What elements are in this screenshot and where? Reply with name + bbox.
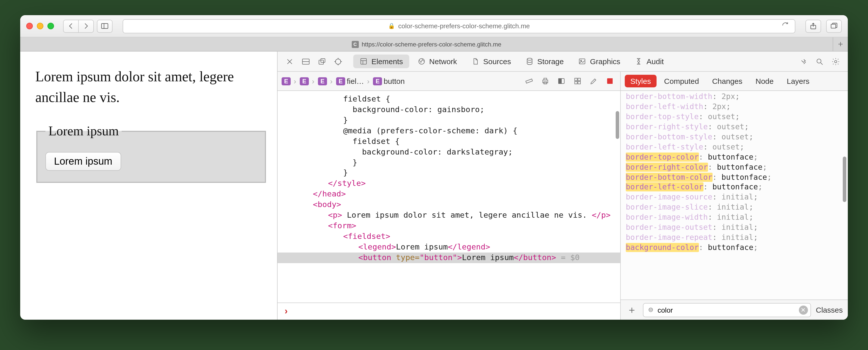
style-declaration[interactable]: border-bottom-color: buttonface; [626, 173, 843, 182]
dom-tree[interactable]: fieldset { background-color: gainsboro; … [278, 91, 620, 302]
dom-line[interactable]: <legend>Lorem ipsum</legend> [278, 242, 620, 253]
styles-filter-input[interactable] [643, 303, 811, 317]
classes-toggle[interactable]: Classes [816, 305, 843, 314]
svg-rect-10 [321, 58, 325, 62]
crumb[interactable]: Efiel…› [336, 77, 371, 85]
style-declaration[interactable]: border-image-source: initial; [626, 193, 843, 203]
style-declaration[interactable]: border-bottom-width: 2px; [626, 92, 843, 102]
style-declaration[interactable]: border-left-color: buttonface; [626, 182, 843, 193]
address-bar[interactable]: 🔒 color-scheme-prefers-color-scheme.glit… [123, 19, 795, 33]
console-prompt[interactable]: › [278, 302, 620, 320]
overflow-icon[interactable] [796, 54, 810, 68]
browser-tab[interactable]: C https://color-scheme-prefers-color-sch… [20, 37, 833, 51]
close-window-button[interactable] [26, 23, 33, 29]
settings-gear-icon[interactable] [829, 54, 843, 68]
style-declaration[interactable]: border-image-slice: initial; [626, 203, 843, 213]
dom-line[interactable]: @media (prefers-color-scheme: dark) { [278, 126, 620, 136]
tab-storage[interactable]: Storage [519, 55, 570, 68]
element-crumbbar: E› E› E› Efiel…› Ebutton [278, 72, 620, 91]
sidebar-toggle-button[interactable] [97, 20, 113, 33]
new-rule-button[interactable]: ＋ [626, 304, 638, 316]
styles-tabbar: Styles Computed Changes Node Layers [621, 72, 848, 91]
page-button[interactable]: Lorem ipsum [45, 152, 121, 171]
tab-title: https://color-scheme-prefers-color-schem… [362, 41, 501, 48]
crumb[interactable]: E› [300, 77, 316, 85]
svg-point-25 [835, 60, 837, 63]
favicon-icon: C [351, 41, 359, 48]
crumb[interactable]: Ebutton [373, 77, 405, 85]
dom-line-selected[interactable]: <button type="button">Lorem ipsum</butto… [278, 253, 620, 263]
dom-line[interactable]: <fieldset> [278, 231, 620, 242]
search-icon[interactable] [812, 54, 827, 68]
style-declaration[interactable]: border-bottom-style: outset; [626, 132, 843, 142]
share-button[interactable] [805, 20, 821, 33]
tab-network[interactable]: Network [411, 55, 463, 68]
page-form: Lorem ipsum Lorem ipsum [35, 122, 267, 182]
zoom-window-button[interactable] [48, 23, 54, 29]
paint-icon[interactable] [587, 75, 600, 88]
rp-tab-layers[interactable]: Layers [781, 75, 815, 87]
dock-popout-icon[interactable] [315, 54, 329, 68]
tab-elements[interactable]: Elements [353, 55, 409, 68]
new-tab-button[interactable]: ＋ [833, 37, 848, 51]
svg-rect-31 [558, 79, 561, 84]
scrollbar[interactable] [616, 111, 619, 139]
style-declaration[interactable]: border-image-outset: initial; [626, 223, 843, 233]
style-declaration[interactable]: border-top-style: outset; [626, 112, 843, 122]
style-declaration[interactable]: border-image-repeat: initial; [626, 233, 843, 243]
svg-rect-33 [578, 78, 580, 81]
style-declaration[interactable]: border-left-width: 2px; [626, 102, 843, 112]
compositing-icon[interactable] [603, 75, 616, 88]
svg-rect-26 [526, 79, 532, 83]
console-chevron-icon: › [285, 306, 288, 317]
style-declaration[interactable]: border-right-style: outset; [626, 122, 843, 132]
dom-line[interactable]: <form> [278, 221, 620, 231]
svg-rect-34 [575, 81, 577, 84]
dock-side-icon[interactable] [299, 54, 313, 68]
tab-sources-label: Sources [483, 57, 511, 66]
dom-line[interactable]: fieldset { [278, 136, 620, 147]
crumb[interactable]: E› [282, 77, 298, 85]
rp-tab-styles[interactable]: Styles [625, 75, 656, 87]
dom-line[interactable]: } [278, 157, 620, 168]
dom-line[interactable]: fieldset { [278, 94, 620, 105]
rp-tab-changes[interactable]: Changes [707, 75, 748, 87]
style-declaration[interactable]: border-image-width: initial; [626, 213, 843, 223]
dom-line[interactable]: </head> [278, 189, 620, 200]
grid-icon[interactable] [571, 75, 584, 88]
print-styles-icon[interactable] [538, 75, 552, 88]
dom-line[interactable]: </style> [278, 178, 620, 189]
svg-rect-32 [575, 78, 577, 81]
style-declaration[interactable]: border-left-style: outset; [626, 142, 843, 152]
dom-line[interactable]: background-color: gainsboro; [278, 105, 620, 115]
scrollbar[interactable] [843, 156, 846, 202]
styles-list[interactable]: border-bottom-width: 2px;border-left-wid… [621, 91, 848, 299]
minimize-window-button[interactable] [37, 23, 43, 29]
crumb[interactable]: E› [318, 77, 334, 85]
clear-filter-button[interactable]: ✕ [799, 305, 808, 314]
tab-sources[interactable]: Sources [465, 55, 517, 68]
tab-audit[interactable]: Audit [628, 55, 670, 68]
traffic-lights [26, 23, 54, 29]
dom-line[interactable]: background-color: darkslategray; [278, 147, 620, 157]
tab-graphics[interactable]: Graphics [572, 55, 626, 68]
dom-line[interactable]: } [278, 168, 620, 178]
style-declaration[interactable]: border-top-color: buttonface; [626, 152, 843, 163]
force-dark-icon[interactable] [555, 75, 568, 88]
forward-button[interactable] [78, 20, 94, 33]
tabs-overview-button[interactable] [826, 20, 842, 33]
ruler-icon[interactable] [522, 75, 535, 88]
rp-tab-node[interactable]: Node [750, 75, 779, 87]
tab-audit-label: Audit [647, 57, 663, 66]
close-devtools-icon[interactable] [283, 54, 297, 68]
dom-line[interactable]: } [278, 115, 620, 126]
back-button[interactable] [63, 20, 78, 33]
target-icon[interactable] [331, 54, 345, 68]
style-declaration[interactable]: border-right-color: buttonface; [626, 163, 843, 173]
reload-button[interactable] [781, 21, 790, 31]
svg-point-23 [817, 59, 821, 63]
rp-tab-computed[interactable]: Computed [658, 75, 705, 87]
dom-line[interactable]: <p> Lorem ipsum dolor sit amet, legere a… [278, 210, 620, 221]
dom-line[interactable]: <body> [278, 200, 620, 210]
style-declaration[interactable]: background-color: buttonface; [626, 243, 843, 253]
